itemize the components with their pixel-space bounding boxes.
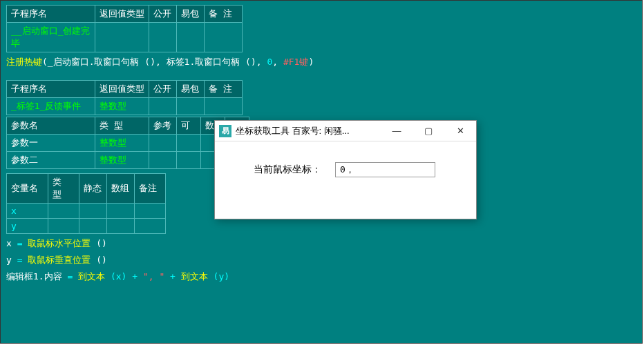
fn-call: 取鼠标垂直位置 (28, 255, 91, 265)
cell[interactable] (205, 23, 243, 52)
cell[interactable] (107, 204, 135, 219)
cell[interactable] (177, 152, 201, 169)
subroutine-table-1: 子程序名 返回值类型 公开 易包 备 注 __启动窗口_创建完毕 (6, 5, 243, 52)
th-vartype: 类 型 (48, 174, 79, 204)
cell[interactable] (135, 204, 166, 219)
th-type: 类 型 (95, 117, 149, 135)
coord-input[interactable] (335, 162, 435, 177)
th-pkg: 易包 (177, 6, 205, 23)
th-varnote: 备注 (135, 174, 166, 204)
table-row: y (7, 219, 166, 234)
dialog-body: 当前鼠标坐标： (215, 141, 476, 219)
coordinate-tool-dialog: 易 坐标获取工具 百家号: 闲骚... — ▢ ✕ 当前鼠标坐标： (214, 120, 477, 219)
cell-varname[interactable]: x (7, 204, 48, 219)
cell-type[interactable]: 整数型 (95, 98, 149, 115)
window-title: 坐标获取工具 百家号: 闲骚... (236, 125, 381, 137)
th-public: 公开 (149, 81, 177, 98)
code-line[interactable]: y = 取鼠标垂直位置 () (6, 252, 636, 268)
code-line[interactable]: x = 取鼠标水平位置 () (6, 235, 636, 252)
cell-subname[interactable]: __启动窗口_创建完毕 (7, 23, 95, 52)
th-rettype: 返回值类型 (95, 81, 149, 98)
th-note: 备 注 (205, 81, 243, 98)
titlebar[interactable]: 易 坐标获取工具 百家号: 闲骚... — ▢ ✕ (215, 121, 476, 141)
th-pkg: 易包 (177, 81, 205, 98)
cell[interactable] (149, 23, 177, 52)
coord-label: 当前鼠标坐标： (254, 164, 321, 176)
cell[interactable] (177, 98, 205, 115)
maximize-button[interactable]: ▢ (413, 121, 444, 141)
cell[interactable] (48, 204, 79, 219)
cell[interactable] (79, 204, 107, 219)
th-subname: 子程序名 (7, 6, 95, 23)
cell[interactable] (107, 219, 135, 234)
var: x (6, 238, 12, 248)
cell-varname[interactable]: y (7, 219, 48, 234)
cell[interactable] (135, 219, 166, 234)
th-public: 公开 (149, 6, 177, 23)
cell[interactable] (177, 23, 205, 52)
var-table: 变量名 类 型 静态 数组 备注 x y (6, 173, 166, 234)
th-rettype: 返回值类型 (95, 6, 149, 23)
cell-paramname[interactable]: 参数二 (7, 152, 95, 169)
cell[interactable] (48, 219, 79, 234)
code-line[interactable]: 注册热键(_启动窗口.取窗口句柄 (), 标签1.取窗口句柄 (), 0, #F… (6, 54, 636, 70)
lhs: 编辑框1.内容 (6, 271, 62, 282)
th-opt: 可 (177, 117, 201, 135)
th-paramname: 参数名 (7, 117, 95, 135)
cell[interactable] (149, 135, 177, 152)
th-note: 备 注 (205, 6, 243, 23)
table-row: 参数一 整数型 (7, 135, 249, 152)
fn-call: 注册热键 (6, 57, 42, 67)
th-subname: 子程序名 (7, 81, 95, 98)
param-table: 参数名 类 型 参考 可 数 备 参数一 整数型 参数二 整数型 (6, 117, 249, 169)
var: y (6, 255, 12, 265)
app-icon: 易 (219, 125, 231, 137)
th-ref: 参考 (149, 117, 177, 135)
minimize-button[interactable]: — (381, 121, 413, 141)
th-varname: 变量名 (7, 174, 48, 204)
string-literal: ", " (143, 271, 164, 282)
fn-call: 到文本 (78, 271, 105, 282)
th-static: 静态 (79, 174, 107, 204)
cell[interactable] (95, 23, 149, 52)
cell[interactable] (79, 219, 107, 234)
const: #F1键 (283, 57, 308, 67)
cell[interactable] (149, 98, 177, 115)
code-line[interactable]: 编辑框1.内容 = 到文本 (x) + ", " + 到文本 (y) (6, 268, 636, 285)
cell[interactable] (149, 152, 177, 169)
close-button[interactable]: ✕ (444, 121, 476, 141)
args: (_启动窗口.取窗口句柄 (), 标签1.取窗口句柄 (), (42, 57, 267, 67)
cell[interactable] (177, 135, 201, 152)
cell-subname[interactable]: _标签1_反馈事件 (7, 98, 95, 115)
fn-call: 取鼠标水平位置 (28, 238, 91, 248)
cell-type[interactable]: 整数型 (95, 135, 149, 152)
fn-call: 到文本 (181, 271, 208, 282)
cell[interactable] (205, 98, 243, 115)
cell-type[interactable]: 整数型 (95, 152, 149, 169)
table-row: x (7, 204, 166, 219)
subroutine-table-2: 子程序名 返回值类型 公开 易包 备 注 _标签1_反馈事件 整数型 (6, 80, 243, 115)
th-array: 数组 (107, 174, 135, 204)
cell-paramname[interactable]: 参数一 (7, 135, 95, 152)
table-row: 参数二 整数型 (7, 152, 249, 169)
